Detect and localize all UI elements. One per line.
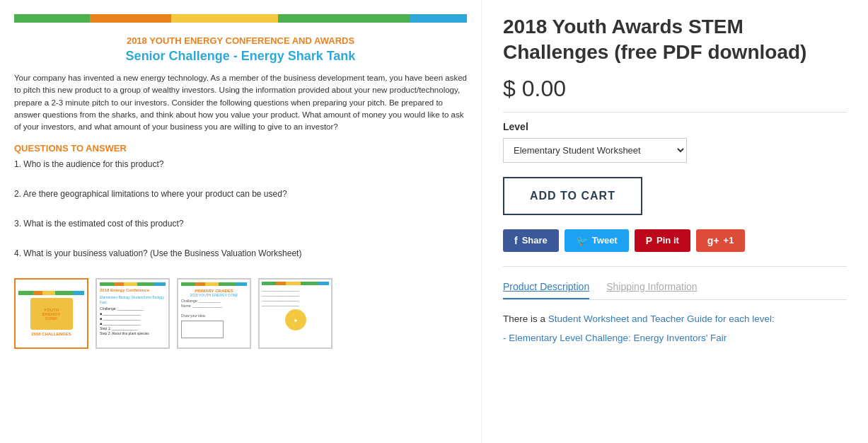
description-text: There is a Student Worksheet and Teacher…	[503, 311, 847, 346]
description-highlight: Student Worksheet and Teacher Guide for …	[548, 313, 775, 324]
tabs: Product Description Shipping Information	[503, 275, 847, 300]
thumb1-logo: YOUTHENERGYCONF	[30, 298, 73, 330]
thumbnails: YOUTHENERGYCONF 2018 CHALLENGES 2018 Ene…	[14, 278, 467, 349]
facebook-icon: f	[514, 235, 518, 246]
tab-shipping-information[interactable]: Shipping Information	[606, 275, 697, 299]
pinterest-label: Pin it	[656, 235, 679, 246]
question-1: 1. Who is the audience for this product?	[14, 159, 467, 169]
question-3: 3. What is the estimated cost of this pr…	[14, 219, 467, 229]
question-4: 4. What is your business valuation? (Use…	[14, 248, 467, 258]
social-buttons: f Share 🐦 Tweet P Pin it g+ +1	[503, 229, 847, 252]
twitter-label: Tweet	[592, 235, 618, 246]
color-bar	[14, 14, 467, 23]
twitter-share-button[interactable]: 🐦 Tweet	[565, 229, 629, 252]
left-panel: 2018 YOUTH ENERGY CONFERENCE AND AWARDS …	[0, 0, 481, 443]
price-divider	[503, 112, 847, 113]
level-select[interactable]: Elementary Student Worksheet Middle Scho…	[503, 138, 687, 163]
description-intro: There is a	[503, 313, 548, 324]
questions-title: QUESTIONS TO ANSWER	[14, 143, 467, 154]
description-item-1: - Elementary Level Challenge: Energy Inv…	[503, 330, 847, 346]
add-to-cart-button[interactable]: ADD TO CART	[503, 177, 642, 215]
googleplus-icon: g+	[707, 235, 719, 246]
facebook-share-button[interactable]: f Share	[503, 229, 559, 252]
right-panel: 2018 Youth Awards STEM Challenges (free …	[481, 0, 868, 443]
doc-body: Your company has invented a new energy t…	[14, 72, 467, 133]
facebook-label: Share	[522, 235, 548, 246]
level-label: Level	[503, 121, 847, 132]
question-2: 2. Are there geographical limitations to…	[14, 189, 467, 199]
product-price: $ 0.00	[503, 76, 847, 102]
pinterest-icon: P	[646, 235, 652, 246]
thumbnail-3[interactable]: PRIMARY GRADES 2018 YOUTH ENERGY CONF Ch…	[177, 278, 251, 349]
doc-title-blue: Senior Challenge - Energy Shark Tank	[14, 49, 467, 64]
twitter-icon: 🐦	[576, 235, 588, 246]
doc-title-orange: 2018 YOUTH ENERGY CONFERENCE AND AWARDS	[14, 35, 467, 46]
pinterest-share-button[interactable]: P Pin it	[635, 229, 690, 252]
googleplus-share-button[interactable]: g+ +1	[696, 229, 746, 252]
thumbnail-2[interactable]: 2018 Energy Conference Elementary Biolog…	[96, 278, 170, 349]
tab-product-description[interactable]: Product Description	[503, 275, 589, 299]
product-title: 2018 Youth Awards STEM Challenges (free …	[503, 14, 847, 66]
social-divider	[503, 266, 847, 267]
thumbnail-4[interactable]: ___________________ ___________________ …	[258, 278, 332, 349]
thumbnail-1[interactable]: YOUTHENERGYCONF 2018 CHALLENGES	[14, 278, 88, 349]
thumb1-text: 2018 CHALLENGES	[31, 332, 71, 336]
googleplus-label: +1	[724, 235, 734, 246]
